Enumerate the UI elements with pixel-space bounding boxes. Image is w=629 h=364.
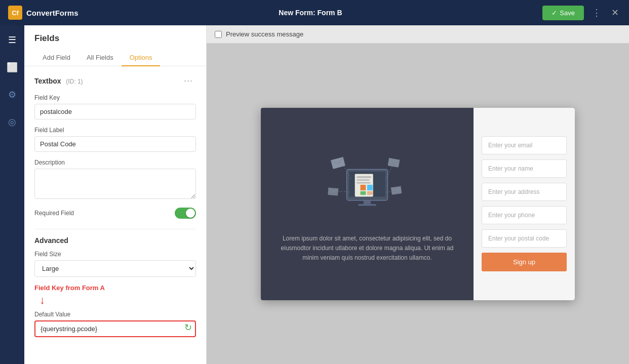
svg-rect-9 <box>367 191 373 194</box>
field-type-header: Textbox (ID: 1) ··· <box>34 74 196 87</box>
save-button[interactable]: Save <box>542 6 584 20</box>
svg-rect-7 <box>367 185 373 190</box>
tab-options[interactable]: Options <box>122 50 161 66</box>
svg-rect-10 <box>364 200 371 204</box>
preview-bar: Preview success message <box>207 25 629 44</box>
advanced-section-title: Advanced <box>34 236 196 245</box>
svg-rect-15 <box>391 186 402 194</box>
form-illustration <box>322 145 413 226</box>
description-input[interactable] <box>34 169 196 199</box>
signup-button[interactable]: Sign up <box>482 253 567 271</box>
preview-area: Preview success message <box>207 25 629 364</box>
fields-content: Textbox (ID: 1) ··· Field Key Field Labe… <box>24 66 206 364</box>
logo: Cf ConvertForms <box>8 6 78 20</box>
sidebar-settings-icon[interactable]: ⚙ <box>5 86 19 103</box>
annotation-text: Field Key from Form A <box>34 284 196 292</box>
field-size-group: Field Size Small Medium Large <box>34 251 196 277</box>
description-group: Description <box>34 159 196 200</box>
sidebar-fields-icon[interactable]: ☰ <box>5 31 19 49</box>
main-layout: ☰ ⬜ ⚙ ◎ Fields Add Field All Fields Opti… <box>0 25 629 364</box>
svg-rect-13 <box>388 158 400 168</box>
form-preview-right: Enter your email Enter your name Enter y… <box>474 108 575 300</box>
annotation-arrow: ↓ <box>40 294 196 307</box>
sidebar-target-icon[interactable]: ◎ <box>5 113 19 131</box>
preview-field-phone[interactable]: Enter your phone <box>482 206 567 224</box>
refresh-icon[interactable]: ↻ <box>184 322 192 333</box>
field-label-label: Field Label <box>34 127 196 134</box>
svg-rect-5 <box>357 182 370 183</box>
tab-add-field[interactable]: Add Field <box>34 50 78 66</box>
form-preview-left: Lorem ipsum dolor sit amet, consectetur … <box>261 108 474 300</box>
description-label: Description <box>34 159 196 166</box>
close-button[interactable]: ✕ <box>609 5 621 20</box>
svg-rect-6 <box>361 185 366 190</box>
required-field-row: Required Field <box>34 208 196 219</box>
annotation-container: Field Key from Form A ↓ <box>34 284 196 309</box>
svg-rect-8 <box>361 191 366 194</box>
tab-all-fields[interactable]: All Fields <box>78 50 122 66</box>
header-actions: Save ⋮ ✕ <box>542 5 621 20</box>
default-value-group: Default Value ↻ <box>34 311 196 337</box>
required-field-label: Required Field <box>34 210 74 217</box>
field-key-group: Field Key <box>34 94 196 119</box>
icon-sidebar: ☰ ⬜ ⚙ ◎ <box>0 25 24 364</box>
field-label-input[interactable] <box>34 136 196 152</box>
logo-box: Cf <box>8 6 22 20</box>
preview-field-email[interactable]: Enter your email <box>482 136 567 154</box>
default-value-wrapper: ↻ <box>34 320 196 337</box>
field-menu-button[interactable]: ··· <box>181 74 196 87</box>
field-key-label: Field Key <box>34 94 196 101</box>
svg-rect-4 <box>357 179 369 181</box>
svg-rect-3 <box>357 176 371 178</box>
app-header: Cf ConvertForms New Form: Form B Save ⋮ … <box>0 0 629 25</box>
field-label-group: Field Label <box>34 127 196 152</box>
fields-panel: Fields Add Field All Fields Options Text… <box>24 25 207 364</box>
preview-field-name[interactable]: Enter your name <box>482 159 567 178</box>
sidebar-image-icon[interactable]: ⬜ <box>4 59 21 76</box>
preview-lorem-text: Lorem ipsum dolor sit amet, consectetur … <box>273 234 461 263</box>
app-name: ConvertForms <box>26 9 78 17</box>
required-toggle[interactable] <box>175 208 196 219</box>
default-value-input[interactable] <box>34 320 196 337</box>
more-options-button[interactable]: ⋮ <box>590 5 603 20</box>
preview-content: Lorem ipsum dolor sit amet, consectetur … <box>207 44 629 364</box>
form-title: New Form: Form B <box>78 9 543 17</box>
svg-rect-12 <box>331 157 345 169</box>
form-preview-card: Lorem ipsum dolor sit amet, consectetur … <box>261 108 575 300</box>
preview-success-checkbox[interactable] <box>215 31 222 38</box>
default-value-label: Default Value <box>34 311 196 318</box>
divider <box>34 229 196 229</box>
preview-field-postal[interactable]: Enter your postal code <box>482 229 567 248</box>
field-size-label: Field Size <box>34 251 196 258</box>
fields-header: Fields Add Field All Fields Options <box>24 25 206 66</box>
field-type-title: Textbox (ID: 1) <box>34 77 83 85</box>
preview-field-address[interactable]: Enter your address <box>482 183 567 201</box>
preview-success-label: Preview success message <box>226 30 303 38</box>
svg-rect-11 <box>358 204 376 206</box>
fields-tabs: Add Field All Fields Options <box>34 50 196 66</box>
field-key-input[interactable] <box>34 104 196 119</box>
fields-title: Fields <box>34 33 196 44</box>
field-size-select[interactable]: Small Medium Large <box>34 260 196 277</box>
